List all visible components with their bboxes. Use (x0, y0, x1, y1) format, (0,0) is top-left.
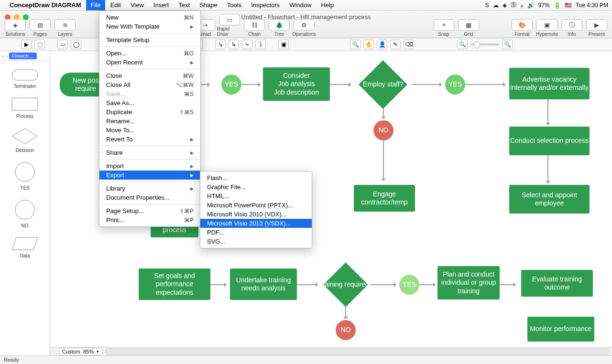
conn1-icon[interactable]: ↘ (215, 40, 226, 49)
user-tool-icon[interactable]: 👤 (377, 40, 387, 49)
file-menu-item[interactable]: Close⌘W (99, 71, 200, 80)
shape-process[interactable]: Process (0, 97, 50, 119)
flag-icon[interactable]: 🇺🇸 (565, 2, 572, 9)
tb-present[interactable]: ▶Present (584, 19, 609, 37)
node-undertake[interactable]: Undertake training needs analysis (230, 268, 297, 300)
tb-solutions[interactable]: ◈Solutions (3, 19, 28, 37)
node-monitor[interactable]: Monitor performance (527, 317, 594, 342)
file-menu-item[interactable]: Close All⌥⌘W (99, 80, 200, 89)
tb-snap[interactable]: ⌖Snap (431, 19, 456, 37)
node-conduct-selection[interactable]: Conduct selection process (509, 127, 590, 155)
file-menu-item[interactable]: Print...⌘P (99, 215, 200, 225)
zoom-selector[interactable]: Custom85%▾ (59, 348, 102, 355)
export-menu-item[interactable]: SVG... (200, 237, 312, 246)
wifi-icon[interactable]: ⏚ (520, 2, 524, 9)
file-menu-item[interactable]: Save...⌘S (99, 89, 200, 98)
file-menu-item[interactable]: Document Properties... (99, 193, 200, 202)
tb-grid[interactable]: ▦Grid (456, 19, 481, 37)
node-employ-staff[interactable]: Employ staff? (359, 60, 407, 109)
shape-no[interactable]: NO (0, 199, 50, 228)
shape-terminator[interactable]: Terminator (0, 69, 50, 89)
app-name[interactable]: ConceptDraw DIAGRAM (10, 1, 81, 9)
node-engage[interactable]: Engage contractor/temp (354, 185, 415, 212)
rect-tool-icon[interactable]: ▭ (57, 40, 68, 49)
export-menu-item[interactable]: PDF... (200, 228, 312, 237)
node-evaluate[interactable]: Evaluate training outcome (521, 270, 593, 297)
file-menu-item[interactable]: Save As... (99, 98, 200, 107)
bc-current[interactable]: Flowch… (9, 53, 37, 59)
node-no-2[interactable]: NO (336, 320, 356, 340)
file-menu-item[interactable]: Rename... (99, 117, 200, 126)
zoom-out-icon[interactable]: 🔍 (457, 40, 468, 49)
tb-pages[interactable]: ▤Pages (28, 19, 53, 37)
conn3-icon[interactable]: ⤷ (242, 40, 252, 49)
file-menu-item[interactable]: New⌘N (99, 13, 200, 22)
menu-tools[interactable]: Tools (222, 0, 246, 11)
node-training-required[interactable]: Training required? (323, 262, 368, 307)
file-menu-item[interactable]: Move To... (99, 126, 200, 135)
shape-decision[interactable]: Decision (0, 128, 50, 153)
export-menu-item[interactable]: HTML... (200, 192, 312, 201)
tb-layers[interactable]: ≋Layers (53, 19, 77, 37)
shape-yes[interactable]: YES (0, 161, 50, 191)
tb-format[interactable]: 🎨Format (510, 19, 535, 37)
file-menu-item[interactable]: Open Recent (99, 58, 200, 67)
menu-shape[interactable]: Shape (195, 0, 222, 11)
hscroll-track[interactable] (105, 348, 609, 355)
node-set-goals[interactable]: Set goals and performance expectations (139, 268, 210, 300)
file-menu-item[interactable]: Duplicate⇧⌘S (99, 107, 200, 117)
menu-help[interactable]: Help (316, 0, 339, 11)
node-yes-1[interactable]: YES (221, 75, 241, 95)
skype-icon[interactable]: Ⓢ (511, 1, 516, 9)
file-menu-item[interactable]: Page Setup...⇧⌘P (99, 206, 200, 215)
export-menu-item[interactable]: Microsoft Visio 2010 (VDX)... (200, 210, 312, 219)
zoom-slider[interactable] (470, 43, 499, 45)
node-consider[interactable]: Consider Job analysis Job description (263, 67, 330, 101)
file-menu-item[interactable]: Open...⌘O (99, 49, 200, 58)
node-select-appoint[interactable]: Select and appoint employee (509, 185, 590, 214)
diamond-icon[interactable]: ◈ (503, 2, 507, 9)
file-menu-item[interactable]: Import (99, 161, 200, 171)
ellipse-tool-icon[interactable]: ◯ (71, 40, 81, 49)
clock[interactable]: Tue 4:30 PM (576, 2, 608, 9)
file-menu-item[interactable]: Share (99, 148, 200, 157)
tb-tree[interactable]: 🌲Tree (267, 19, 292, 37)
hand-tool-icon[interactable]: ✋ (363, 40, 374, 49)
battery-pct[interactable]: 97% (538, 2, 550, 9)
battery-icon[interactable]: 🔋 (554, 2, 561, 9)
node-plan-training[interactable]: Plan and conduct individual or group tra… (437, 266, 500, 300)
arrow-tool-icon[interactable]: ▶ (21, 40, 32, 49)
menu-inspectors[interactable]: Inspectors (246, 0, 284, 11)
menu-insert[interactable]: Insert (149, 0, 174, 11)
menu-text[interactable]: Text (174, 0, 195, 11)
note-tool-icon[interactable]: ▣ (278, 40, 289, 49)
export-menu-item[interactable]: Flash... (200, 173, 312, 182)
file-menu-item[interactable]: Export (99, 171, 200, 180)
file-menu-item[interactable]: Revert To (99, 135, 200, 144)
shape-data[interactable]: Data (0, 237, 50, 258)
node-yes-3[interactable]: YES (399, 275, 419, 295)
tb-chain[interactable]: ⛓Chain (242, 19, 267, 37)
bc-fwd-icon[interactable]: › (6, 53, 8, 59)
bc-back-icon[interactable]: ‹ (2, 53, 4, 59)
tb-info[interactable]: ⓘInfo (559, 19, 584, 37)
node-advertise[interactable]: Advertise vacancy internally and/or exte… (509, 68, 590, 99)
conn2-icon[interactable]: ↳ (229, 40, 239, 49)
erase-icon[interactable]: ⌫ (404, 40, 414, 49)
tb-rapiddraw[interactable]: ▭Rapid Draw (217, 14, 242, 37)
menu-file[interactable]: File (86, 0, 106, 11)
export-menu-item[interactable]: Microsoft PowerPoint (PPTX)... (200, 201, 312, 210)
node-no-1[interactable]: NO (373, 120, 393, 140)
tb-operations[interactable]: ⚙Operations (292, 19, 317, 37)
node-yes-2[interactable]: YES (445, 75, 465, 95)
file-menu-item[interactable]: Template Setup (99, 35, 200, 44)
export-menu-item[interactable]: Microsoft Visio 2013 (VSDX)... (200, 219, 312, 228)
menu-view[interactable]: View (126, 0, 149, 11)
file-menu-item[interactable]: Library (99, 184, 200, 193)
volume-icon[interactable]: 🔊 (527, 2, 535, 9)
s-icon[interactable]: S (485, 2, 489, 9)
conn4-icon[interactable]: ⤵ (255, 40, 266, 49)
tb-hypernote[interactable]: ▣Hypernote (535, 19, 559, 37)
file-menu-item[interactable]: New With Template (99, 22, 200, 31)
zoom-in-icon[interactable]: 🔍 (502, 40, 513, 49)
